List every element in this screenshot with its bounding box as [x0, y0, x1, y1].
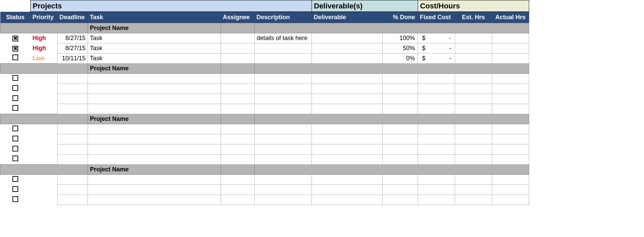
- status-checkbox[interactable]: ✖: [12, 46, 18, 52]
- fixed-cost-cell[interactable]: [418, 124, 455, 134]
- est-hrs-cell[interactable]: [455, 84, 492, 94]
- est-hrs-cell[interactable]: [455, 124, 492, 134]
- est-hrs-cell[interactable]: [455, 104, 492, 114]
- status-checkbox[interactable]: [12, 136, 18, 141]
- status-checkbox[interactable]: [12, 146, 18, 151]
- fixed-cost-cell[interactable]: [418, 185, 455, 195]
- deliverable-cell[interactable]: [312, 33, 383, 43]
- est-hrs-cell[interactable]: [455, 74, 492, 84]
- est-hrs-cell[interactable]: [455, 144, 492, 155]
- status-cell[interactable]: ✖: [0, 33, 31, 43]
- est-hrs-cell[interactable]: [455, 175, 492, 185]
- priority-cell[interactable]: [31, 104, 58, 114]
- project-name-label[interactable]: Project Name: [88, 64, 221, 74]
- status-checkbox[interactable]: [12, 75, 18, 81]
- actual-hrs-cell[interactable]: [492, 134, 529, 144]
- deadline-cell[interactable]: [58, 124, 88, 134]
- est-hrs-cell[interactable]: [455, 33, 492, 43]
- task-cell[interactable]: [88, 84, 221, 94]
- deliverable-cell[interactable]: [312, 144, 383, 155]
- status-cell[interactable]: ✖: [0, 43, 31, 54]
- assignee-cell[interactable]: [221, 104, 255, 114]
- task-cell[interactable]: [88, 94, 221, 104]
- deliverable-cell[interactable]: [312, 54, 383, 64]
- actual-hrs-cell[interactable]: [492, 84, 529, 94]
- assignee-cell[interactable]: [221, 124, 255, 134]
- pct-done-cell[interactable]: [383, 134, 418, 144]
- task-cell[interactable]: [88, 185, 221, 195]
- priority-cell[interactable]: [31, 134, 58, 144]
- description-cell[interactable]: [255, 104, 312, 114]
- project-name-label[interactable]: Project Name: [88, 114, 221, 124]
- pct-done-cell[interactable]: [383, 144, 418, 155]
- task-cell[interactable]: [88, 175, 221, 185]
- status-checkbox[interactable]: [12, 186, 18, 192]
- status-checkbox[interactable]: [12, 176, 18, 182]
- priority-cell[interactable]: [31, 195, 58, 205]
- assignee-cell[interactable]: [221, 185, 255, 195]
- deliverable-cell[interactable]: [312, 84, 383, 94]
- fixed-cost-cell[interactable]: $-: [418, 54, 455, 64]
- assignee-cell[interactable]: [221, 74, 255, 84]
- description-cell[interactable]: [255, 195, 312, 205]
- priority-cell[interactable]: [31, 84, 58, 94]
- est-hrs-cell[interactable]: [455, 134, 492, 144]
- actual-hrs-cell[interactable]: [492, 185, 529, 195]
- est-hrs-cell[interactable]: [455, 54, 492, 64]
- est-hrs-cell[interactable]: [455, 195, 492, 205]
- fixed-cost-cell[interactable]: [418, 104, 455, 114]
- priority-cell[interactable]: [31, 144, 58, 155]
- status-cell[interactable]: [0, 134, 31, 144]
- description-cell[interactable]: [255, 54, 312, 64]
- description-cell[interactable]: details of task here: [255, 33, 312, 43]
- fixed-cost-cell[interactable]: [418, 134, 455, 144]
- priority-cell[interactable]: High: [31, 33, 58, 43]
- fixed-cost-cell[interactable]: [418, 175, 455, 185]
- deadline-cell[interactable]: [58, 94, 88, 104]
- assignee-cell[interactable]: [221, 144, 255, 155]
- priority-cell[interactable]: [31, 74, 58, 84]
- status-checkbox[interactable]: [12, 95, 18, 101]
- description-cell[interactable]: [255, 84, 312, 94]
- description-cell[interactable]: [255, 74, 312, 84]
- deliverable-cell[interactable]: [312, 195, 383, 205]
- status-cell[interactable]: [0, 155, 31, 165]
- est-hrs-cell[interactable]: [455, 185, 492, 195]
- status-cell[interactable]: [0, 195, 31, 205]
- assignee-cell[interactable]: [221, 155, 255, 165]
- deadline-cell[interactable]: [58, 74, 88, 84]
- assignee-cell[interactable]: [221, 195, 255, 205]
- priority-cell[interactable]: [31, 124, 58, 134]
- status-checkbox[interactable]: [12, 156, 18, 161]
- assignee-cell[interactable]: [221, 94, 255, 104]
- deliverable-cell[interactable]: [312, 175, 383, 185]
- status-cell[interactable]: [0, 54, 31, 64]
- task-cell[interactable]: Task: [88, 54, 221, 64]
- est-hrs-cell[interactable]: [455, 155, 492, 165]
- pct-done-cell[interactable]: [383, 124, 418, 134]
- pct-done-cell[interactable]: [383, 175, 418, 185]
- fixed-cost-cell[interactable]: [418, 94, 455, 104]
- actual-hrs-cell[interactable]: [492, 94, 529, 104]
- status-cell[interactable]: [0, 84, 31, 94]
- deliverable-cell[interactable]: [312, 43, 383, 54]
- fixed-cost-cell[interactable]: [418, 195, 455, 205]
- actual-hrs-cell[interactable]: [492, 54, 529, 64]
- description-cell[interactable]: [255, 124, 312, 134]
- assignee-cell[interactable]: [221, 175, 255, 185]
- deadline-cell[interactable]: [58, 104, 88, 114]
- deadline-cell[interactable]: [58, 195, 88, 205]
- deadline-cell[interactable]: [58, 144, 88, 155]
- description-cell[interactable]: [255, 134, 312, 144]
- deliverable-cell[interactable]: [312, 185, 383, 195]
- status-cell[interactable]: [0, 104, 31, 114]
- project-name-label[interactable]: Project Name: [88, 165, 221, 175]
- task-cell[interactable]: [88, 74, 221, 84]
- status-cell[interactable]: [0, 185, 31, 195]
- pct-done-cell[interactable]: [383, 84, 418, 94]
- priority-cell[interactable]: [31, 185, 58, 195]
- deliverable-cell[interactable]: [312, 155, 383, 165]
- actual-hrs-cell[interactable]: [492, 195, 529, 205]
- description-cell[interactable]: [255, 43, 312, 54]
- description-cell[interactable]: [255, 185, 312, 195]
